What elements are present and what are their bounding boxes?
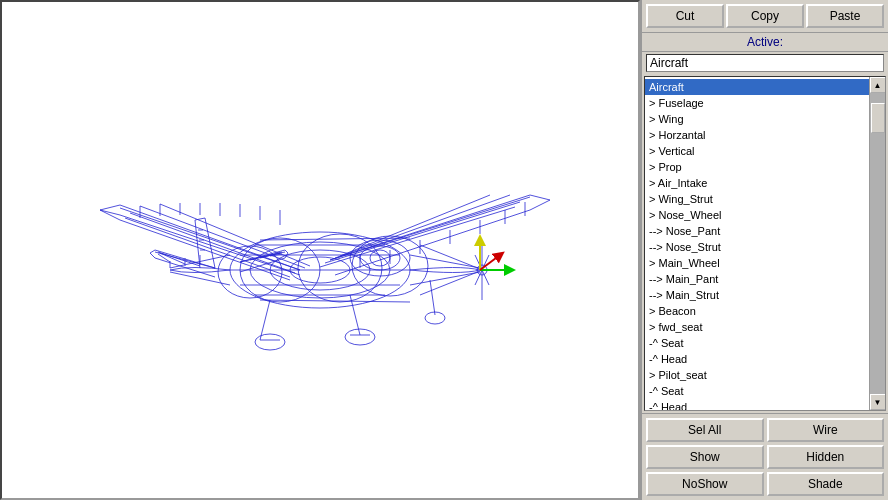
tree-item[interactable]: > Wing_Strut xyxy=(645,191,869,207)
svg-point-73 xyxy=(352,236,428,296)
svg-line-12 xyxy=(420,271,480,295)
tree-item[interactable]: --> Main_Strut xyxy=(645,287,869,303)
scroll-down-button[interactable]: ▼ xyxy=(870,394,886,410)
tree-item[interactable]: > Horzantal xyxy=(645,127,869,143)
tree-item[interactable]: -^ Seat xyxy=(645,335,869,351)
cut-button[interactable]: Cut xyxy=(646,4,724,28)
shade-button[interactable]: Shade xyxy=(767,472,885,496)
scroll-up-button[interactable]: ▲ xyxy=(870,77,886,93)
right-panel: Cut Copy Paste Active: Aircraft> Fuselag… xyxy=(640,0,888,500)
sel-all-button[interactable]: Sel All xyxy=(646,418,764,442)
svg-line-30 xyxy=(340,195,490,256)
tree-item[interactable]: > Vertical xyxy=(645,143,869,159)
tree-item[interactable]: --> Main_Pant xyxy=(645,271,869,287)
tree-container: Aircraft> Fuselage> Wing> Horzantal> Ver… xyxy=(644,76,886,411)
wire-button[interactable]: Wire xyxy=(767,418,885,442)
scroll-track[interactable] xyxy=(870,93,886,394)
toolbar-row: Cut Copy Paste xyxy=(642,0,888,33)
tree-scrollbar: ▲ ▼ xyxy=(869,77,885,410)
tree-item[interactable]: -^ Seat xyxy=(645,383,869,399)
viewport-panel xyxy=(0,0,640,500)
show-button[interactable]: Show xyxy=(646,445,764,469)
bottom-buttons: Sel All Wire Show Hidden NoShow Shade xyxy=(642,413,888,500)
svg-line-64 xyxy=(430,280,435,315)
svg-line-10 xyxy=(410,272,480,285)
tree-item[interactable]: > Fuselage xyxy=(645,95,869,111)
hidden-button[interactable]: Hidden xyxy=(767,445,885,469)
copy-button[interactable]: Copy xyxy=(726,4,804,28)
noshow-button[interactable]: NoShow xyxy=(646,472,764,496)
svg-line-11 xyxy=(420,245,480,269)
tree-item[interactable]: Aircraft xyxy=(645,79,869,95)
tree-item[interactable]: > Nose_Wheel xyxy=(645,207,869,223)
svg-line-41 xyxy=(158,252,200,266)
tree-list[interactable]: Aircraft> Fuselage> Wing> Horzantal> Ver… xyxy=(645,77,869,410)
svg-line-31 xyxy=(325,202,520,263)
active-input-row xyxy=(642,52,888,74)
paste-button[interactable]: Paste xyxy=(806,4,884,28)
tree-item[interactable]: > fwd_seat xyxy=(645,319,869,335)
scroll-thumb[interactable] xyxy=(871,103,885,133)
svg-line-42 xyxy=(160,253,185,264)
active-label: Active: xyxy=(642,33,888,52)
tree-item[interactable]: > Pilot_seat xyxy=(645,367,869,383)
svg-line-15 xyxy=(120,208,300,270)
svg-line-29 xyxy=(335,195,510,258)
tree-item[interactable]: > Prop xyxy=(645,159,869,175)
svg-line-77 xyxy=(480,255,500,270)
svg-line-28 xyxy=(330,197,530,260)
viewport-inner xyxy=(2,2,638,498)
svg-line-32 xyxy=(320,207,515,267)
svg-point-60 xyxy=(255,334,285,350)
airplane-wireframe xyxy=(40,40,600,460)
active-input[interactable] xyxy=(646,54,884,72)
svg-point-63 xyxy=(345,329,375,345)
tree-item[interactable]: > Beacon xyxy=(645,303,869,319)
tree-item[interactable]: --> Nose_Pant xyxy=(645,223,869,239)
tree-item[interactable]: -^ Head xyxy=(645,399,869,410)
svg-line-18 xyxy=(130,213,295,273)
svg-line-9 xyxy=(410,255,480,268)
tree-item[interactable]: -^ Head xyxy=(645,351,869,367)
tree-item[interactable]: > Air_Intake xyxy=(645,175,869,191)
tree-item[interactable]: --> Nose_Strut xyxy=(645,239,869,255)
tree-item[interactable]: > Main_Wheel xyxy=(645,255,869,271)
tree-item[interactable]: > Wing xyxy=(645,111,869,127)
